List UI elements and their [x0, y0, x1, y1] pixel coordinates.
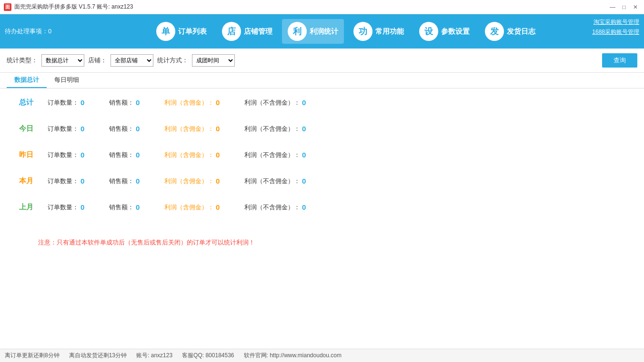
- lastmonth-profit-with-value: 0: [216, 203, 225, 211]
- stat-field-lastmonth-profit-without: 利润（不含佣金）： 0: [244, 203, 312, 212]
- nav-label-orders: 订单列表: [178, 27, 207, 36]
- thismonth-sales-label: 销售额：: [109, 177, 134, 186]
- yesterday-orders-value: 0: [80, 151, 90, 159]
- stat-field-thismonth-sales: 销售额： 0: [109, 177, 145, 186]
- yesterday-profit-without-value: 0: [302, 151, 312, 159]
- today-profit-with-label: 利润（含佣金）：: [164, 125, 214, 133]
- app-icon: 面: [4, 3, 11, 11]
- nav-item-functions[interactable]: 功 常用功能: [348, 19, 410, 44]
- thismonth-orders-label: 订单数量：: [48, 177, 79, 186]
- lastmonth-sales-label: 销售额：: [109, 203, 134, 212]
- today-orders-label: 订单数量：: [48, 125, 79, 133]
- period-lastmonth: 上月: [19, 203, 48, 212]
- stat-field-yesterday-sales: 销售额： 0: [109, 151, 145, 159]
- titlebar: 面 面兜兜采购助手拼多多版 V1.5.7 账号: anxz123 — □ ✕: [0, 0, 644, 14]
- period-today: 今日: [19, 124, 48, 133]
- close-button[interactable]: ✕: [631, 2, 640, 12]
- nav-circle-shop: 店: [222, 22, 241, 41]
- stat-field-yesterday-profit-with: 利润（含佣金）： 0: [164, 151, 225, 159]
- shop-select[interactable]: 全部店铺: [111, 54, 153, 67]
- yesterday-orders-label: 订单数量：: [48, 151, 79, 159]
- nav-label-profit: 利润统计: [310, 27, 338, 36]
- nav-circle-profit: 利: [288, 22, 307, 41]
- yesterday-profit-with-value: 0: [216, 151, 225, 159]
- stat-field-thismonth-profit-without: 利润（不含佣金）： 0: [244, 177, 312, 186]
- status-account: 账号: anxz123: [136, 352, 172, 360]
- tab-summary[interactable]: 数据总计: [7, 73, 47, 88]
- stat-fields-yesterday: 订单数量： 0 销售额： 0 利润（含佣金）： 0 利润（不含佣金）： 0: [48, 151, 625, 159]
- today-orders-value: 0: [80, 125, 90, 133]
- maximize-button[interactable]: □: [619, 2, 629, 12]
- 1688-link[interactable]: 1688采购账号管理: [592, 28, 639, 36]
- nav-circle-shipping: 发: [485, 22, 504, 41]
- profit-without-value: 0: [302, 98, 312, 107]
- lastmonth-profit-without-label: 利润（不含佣金）：: [244, 203, 300, 212]
- profit-with-label: 利润（含佣金）：: [164, 98, 214, 107]
- nav-item-profit[interactable]: 利 利润统计: [282, 19, 344, 44]
- nav-item-shipping[interactable]: 发 发货日志: [479, 19, 541, 44]
- app-title: 面兜兜采购助手拼多多版 V1.5.7 账号: anxz123: [14, 3, 608, 11]
- stats-area: 总计 订单数量： 0 销售额： 0 利润（含佣金）： 0 利润（不含佣金）： 0: [0, 88, 644, 349]
- thismonth-profit-with-label: 利润（含佣金）：: [164, 177, 214, 186]
- stat-fields-total: 订单数量： 0 销售额： 0 利润（含佣金）： 0 利润（不含佣金）： 0: [48, 98, 625, 107]
- stat-field-order-count: 订单数量： 0: [48, 98, 90, 107]
- shop-label: 店铺：: [88, 56, 107, 65]
- minimize-button[interactable]: —: [608, 2, 617, 12]
- nav-label-settings: 参数设置: [441, 27, 470, 36]
- stat-field-thismonth-orders: 订单数量： 0: [48, 177, 90, 186]
- method-label: 统计方式：: [157, 56, 188, 65]
- stat-field-yesterday-profit-without: 利润（不含佣金）： 0: [244, 151, 312, 159]
- nav-item-shop[interactable]: 店 店铺管理: [216, 19, 278, 44]
- yesterday-sales-label: 销售额：: [109, 151, 134, 159]
- nav-circle-settings: 设: [419, 22, 438, 41]
- profit-without-label: 利润（不含佣金）：: [244, 98, 300, 107]
- lastmonth-profit-without-value: 0: [302, 203, 312, 211]
- status-qq: 客服QQ: 800184536: [182, 352, 234, 360]
- stat-field-today-orders: 订单数量： 0: [48, 125, 90, 133]
- order-count-value: 0: [80, 98, 90, 107]
- tab-daily[interactable]: 每日明细: [47, 73, 87, 88]
- window-controls: — □ ✕: [608, 2, 640, 12]
- query-button[interactable]: 查询: [602, 53, 637, 68]
- nav-label-functions: 常用功能: [375, 27, 404, 36]
- lastmonth-orders-value: 0: [80, 203, 90, 211]
- thismonth-orders-value: 0: [80, 177, 90, 185]
- today-profit-with-value: 0: [216, 125, 225, 133]
- stat-row-yesterday: 昨日 订单数量： 0 销售额： 0 利润（含佣金）： 0 利润（不含佣金）： 0: [19, 150, 625, 159]
- nav-item-settings[interactable]: 设 参数设置: [413, 19, 475, 44]
- stat-type-select[interactable]: 数据总计 每日明细: [41, 54, 84, 67]
- stat-type-label: 统计类型：: [7, 56, 38, 65]
- method-select[interactable]: 成团时间 付款时间: [192, 54, 235, 67]
- today-sales-value: 0: [136, 125, 145, 133]
- stat-row-today: 今日 订单数量： 0 销售额： 0 利润（含佣金）： 0 利润（不含佣金）： 0: [19, 124, 625, 133]
- content-area: 统计类型： 数据总计 每日明细 店铺： 全部店铺 统计方式： 成团时间 付款时间…: [0, 49, 644, 349]
- stat-field-lastmonth-profit-with: 利润（含佣金）： 0: [164, 203, 225, 212]
- navbar: 待办处理事项：0 单 订单列表 店 店铺管理 利 利润统计 功 常用功能 设 参…: [0, 14, 644, 49]
- stat-field-thismonth-profit-with: 利润（含佣金）： 0: [164, 177, 225, 186]
- statusbar: 离订单更新还剩8分钟 离自动发货还剩13分钟 账号: anxz123 客服QQ:…: [0, 349, 644, 362]
- filterbar: 统计类型： 数据总计 每日明细 店铺： 全部店铺 统计方式： 成团时间 付款时间…: [0, 49, 644, 73]
- stat-field-today-profit-with: 利润（含佣金）： 0: [164, 125, 225, 133]
- thismonth-sales-value: 0: [136, 177, 145, 185]
- sales-value: 0: [136, 98, 145, 107]
- stat-row-lastmonth: 上月 订单数量： 0 销售额： 0 利润（含佣金）： 0 利润（不含佣金）： 0: [19, 203, 625, 212]
- nav-circle-orders: 单: [156, 22, 175, 41]
- nav-label-shop: 店铺管理: [244, 27, 272, 36]
- thismonth-profit-without-value: 0: [302, 177, 312, 185]
- taobao-link[interactable]: 淘宝采购账号管理: [594, 18, 639, 26]
- pending-label: 待办处理事项：: [5, 28, 48, 35]
- nav-circle-functions: 功: [353, 22, 372, 41]
- lastmonth-sales-value: 0: [136, 203, 145, 211]
- order-count-label: 订单数量：: [48, 98, 79, 107]
- today-sales-label: 销售额：: [109, 125, 134, 133]
- today-profit-without-value: 0: [302, 125, 312, 133]
- stat-fields-today: 订单数量： 0 销售额： 0 利润（含佣金）： 0 利润（不含佣金）： 0: [48, 125, 625, 133]
- status-update-orders: 离订单更新还剩8分钟: [5, 352, 60, 360]
- stat-row-total: 总计 订单数量： 0 销售额： 0 利润（含佣金）： 0 利润（不含佣金）： 0: [19, 98, 625, 107]
- pending-info: 待办处理事项：0: [5, 27, 52, 36]
- period-yesterday: 昨日: [19, 150, 48, 159]
- status-auto-ship: 离自动发货还剩13分钟: [69, 352, 127, 360]
- stat-row-thismonth: 本月 订单数量： 0 销售额： 0 利润（含佣金）： 0 利润（不含佣金）： 0: [19, 176, 625, 186]
- thismonth-profit-with-value: 0: [216, 177, 225, 185]
- nav-item-orders[interactable]: 单 订单列表: [151, 19, 212, 44]
